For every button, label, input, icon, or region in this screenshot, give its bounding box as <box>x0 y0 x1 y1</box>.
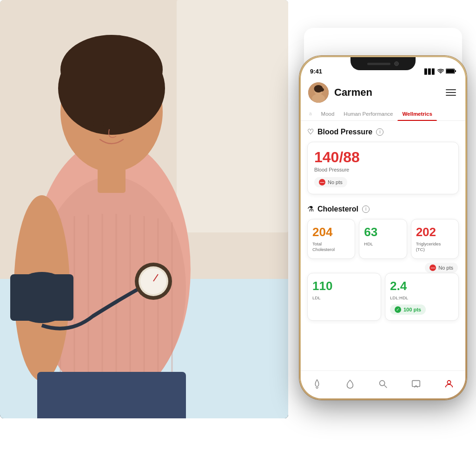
hamburger-menu-button[interactable] <box>444 87 458 98</box>
status-time: 9:41 <box>310 68 322 75</box>
heart-icon: ♡ <box>307 127 314 136</box>
blood-pressure-pts-label: No pts <box>328 179 343 185</box>
svg-rect-24 <box>10 274 73 321</box>
cholesterol-row2: 110 LDL 2.4 LDL:HDL ✓ 100 pts <box>307 273 459 321</box>
svg-rect-31 <box>446 69 454 73</box>
blood-pressure-section: ♡ Blood Pressure i 140/88 Blood Pressure… <box>301 121 465 198</box>
tab-wellmetrics[interactable]: Wellmetrics <box>397 107 436 120</box>
svg-point-36 <box>319 88 324 92</box>
test-tubes-icon: ⚗ <box>307 205 314 213</box>
total-cholesterol-label: TotalCholesterol <box>312 241 350 253</box>
nav-messages-button[interactable] <box>410 377 423 390</box>
wifi-icon <box>437 69 444 75</box>
blood-pressure-value: 140/88 <box>314 149 452 166</box>
total-cholesterol-value: 204 <box>312 225 350 239</box>
status-icons: ▋▋▋ <box>424 68 456 75</box>
no-pts-icon-red: — <box>319 179 325 185</box>
hdl-label: HDL <box>364 241 402 247</box>
triglycerides-pts-label: No pts <box>438 265 453 271</box>
signal-icon: ▋▋▋ <box>424 69 436 75</box>
svg-point-18 <box>119 61 160 97</box>
avatar <box>308 82 329 103</box>
tab-human-performance[interactable]: Human Performance <box>339 107 397 120</box>
ldl-card: 110 LDL <box>307 273 381 321</box>
hdl-value: 63 <box>364 225 402 239</box>
ldl-hdl-card: 2.4 LDL:HDL ✓ 100 pts <box>385 273 459 321</box>
speaker <box>367 63 390 65</box>
ldl-label: LDL <box>312 295 376 301</box>
total-cholesterol-card: 204 TotalCholesterol <box>307 219 355 259</box>
tab-a[interactable]: a <box>304 107 317 120</box>
blood-pressure-label: Blood Pressure <box>314 167 452 172</box>
blood-pressure-info-button[interactable]: i <box>376 128 383 136</box>
svg-point-19 <box>93 119 104 127</box>
triglycerides-pts-badge: — No pts <box>425 263 458 273</box>
nav-activity-button[interactable] <box>311 377 324 390</box>
battery-icon <box>446 68 456 75</box>
cholesterol-section: ⚗ Cholesterol i 204 TotalCholesterol 63 … <box>301 198 465 324</box>
cholesterol-header: ⚗ Cholesterol i <box>307 205 459 213</box>
svg-rect-2 <box>177 0 288 232</box>
ldl-hdl-label: LDL:HDL <box>390 295 454 301</box>
svg-rect-29 <box>37 372 186 418</box>
phone-device: 9:41 ▋▋▋ <box>299 56 467 400</box>
hdl-card: 63 HDL <box>359 219 407 259</box>
menu-line-1 <box>446 89 456 90</box>
cholesterol-title: Cholesterol <box>317 205 358 213</box>
blood-pressure-title: Blood Pressure <box>317 128 372 136</box>
nav-search-button[interactable] <box>377 377 390 390</box>
blood-pressure-pts-badge: — No pts <box>314 177 347 187</box>
user-name: Carmen <box>334 86 438 99</box>
bottom-nav <box>301 370 465 398</box>
background-photo <box>0 0 288 418</box>
no-pts-icon-red-chol: — <box>430 264 436 271</box>
pts-icon-green: ✓ <box>395 306 401 313</box>
ldl-hdl-value: 2.4 <box>390 279 454 293</box>
ldl-value: 110 <box>312 279 376 293</box>
svg-point-38 <box>380 380 385 385</box>
svg-rect-21 <box>98 165 126 193</box>
nav-tabs: a Mood Human Performance Wellmetrics <box>301 107 465 121</box>
menu-line-3 <box>446 95 456 96</box>
tab-mood[interactable]: Mood <box>317 107 339 120</box>
svg-point-41 <box>447 380 450 383</box>
nav-hydration-button[interactable] <box>344 377 357 390</box>
menu-line-2 <box>446 92 456 93</box>
phone-notch <box>350 57 416 70</box>
ldl-hdl-pts-badge: ✓ 100 pts <box>390 304 426 315</box>
cholesterol-info-button[interactable]: i <box>362 205 370 213</box>
camera <box>394 61 399 66</box>
ldl-hdl-pts-label: 100 pts <box>403 307 421 312</box>
triglycerides-label: Triglycerides(TC) <box>416 241 454 253</box>
app-header: Carmen <box>301 78 465 107</box>
svg-point-20 <box>119 119 130 127</box>
blood-pressure-card: 140/88 Blood Pressure — No pts <box>307 142 459 194</box>
svg-line-39 <box>384 385 387 388</box>
triglycerides-card: 202 Triglycerides(TC) <box>411 219 459 259</box>
triglycerides-value: 202 <box>416 225 454 239</box>
cholesterol-row1: 204 TotalCholesterol 63 HDL 202 Triglyce… <box>307 219 459 259</box>
nav-profile-button[interactable] <box>443 377 456 390</box>
svg-rect-32 <box>455 70 456 72</box>
blood-pressure-header: ♡ Blood Pressure i <box>307 127 459 136</box>
app-content: Carmen a Mood Human Performance Wellmetr… <box>301 78 465 370</box>
